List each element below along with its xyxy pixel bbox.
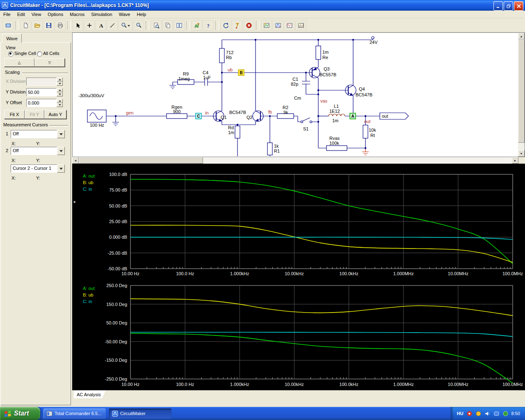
copy-button[interactable]: [162, 20, 173, 31]
probe-marker-C[interactable]: C: [196, 113, 201, 119]
schematic-horizontal-scrollbar[interactable]: ◄ ►: [72, 157, 525, 164]
scrollbar-thumb[interactable]: [518, 39, 525, 143]
schematic-label: out: [364, 119, 370, 124]
spin-up-icon[interactable]: [57, 99, 63, 103]
open-file-button[interactable]: [32, 20, 43, 31]
probe-marker-B[interactable]: B: [238, 70, 244, 75]
y-division-input[interactable]: [26, 88, 57, 96]
start-button[interactable]: Start: [0, 407, 40, 420]
cell-up-button[interactable]: △: [4, 58, 34, 67]
pane-splitter-handle[interactable]: ►: [73, 200, 77, 204]
cell-down-button[interactable]: ▽: [34, 58, 65, 67]
scroll-right-icon[interactable]: ►: [512, 157, 518, 164]
combo-arrow-icon[interactable]: [57, 147, 65, 155]
svg-text:C: C: [197, 114, 200, 119]
cursor1-select[interactable]: Off: [11, 130, 65, 138]
menu-simulation[interactable]: Simulation: [88, 11, 115, 18]
help-button[interactable]: ?: [203, 20, 214, 31]
cursor2-select[interactable]: Off: [11, 147, 65, 155]
menu-help[interactable]: Help: [133, 11, 149, 18]
zoom-page-button[interactable]: [151, 20, 162, 31]
start-label: Start: [14, 410, 29, 417]
scroll-down-icon[interactable]: ▼: [518, 150, 525, 157]
x-division-label: X Division: [6, 79, 26, 84]
scrollbar-track[interactable]: [203, 157, 512, 164]
tray-volume-icon[interactable]: [484, 411, 491, 417]
wire-edit-tool-button[interactable]: [107, 20, 118, 31]
tray-icon-yellow[interactable]: [475, 411, 482, 417]
zoom-button[interactable]: [133, 20, 144, 31]
taskbar-task-circuitmaker[interactable]: CircuitMaker: [109, 409, 171, 419]
probe-tool-button[interactable]: [232, 20, 243, 31]
scroll-left-icon[interactable]: ◄: [72, 157, 79, 164]
all-cells-radio[interactable]: [37, 51, 42, 57]
minimize-button[interactable]: [493, 1, 503, 11]
place-part-button[interactable]: [84, 20, 95, 31]
x-axis-tick-label: 100.0MHz: [502, 382, 523, 387]
stop-button[interactable]: [243, 20, 254, 31]
y-offset-spinner[interactable]: [57, 99, 63, 107]
fit-x-label: Fit X: [10, 112, 19, 117]
menu-file[interactable]: File: [0, 11, 14, 18]
title-bar[interactable]: CircuitMaker - [C:\Program Files\...\ala…: [0, 0, 525, 11]
scope-display-2-icon: [275, 22, 281, 29]
schematic-vertical-scrollbar[interactable]: ▲ ▼: [518, 33, 525, 157]
fit-x-button[interactable]: Fit X: [4, 110, 25, 119]
scrollbar-thumb[interactable]: [79, 157, 203, 164]
schematic-canvas[interactable]: BCA -300u/300uV100 HzgenRgen900inQ1BC547…: [72, 32, 525, 157]
scope-display-4-button[interactable]: [295, 20, 306, 31]
x-axis-tick-label: 100.0 Hz: [176, 271, 194, 276]
probe-marker-A[interactable]: A: [350, 113, 356, 119]
tab-wave[interactable]: Wave: [2, 34, 22, 43]
taskbar-clock[interactable]: 8:50: [511, 411, 520, 416]
combo-arrow-icon[interactable]: [57, 164, 65, 173]
cursor-tool-button[interactable]: [72, 20, 83, 31]
text-tool-button[interactable]: A: [95, 20, 106, 31]
spin-down-icon: [57, 82, 63, 86]
schematic-label: gen: [126, 110, 133, 115]
new-file-button[interactable]: [20, 20, 31, 31]
auto-y-button[interactable]: Auto Y: [44, 110, 66, 119]
schematic-label: Q3: [324, 66, 330, 71]
tab-ac-analysis[interactable]: AC Analysis: [74, 390, 106, 398]
zoom-select-button[interactable]: [118, 20, 132, 31]
scope-display-2-button[interactable]: [272, 20, 283, 31]
simulate-button[interactable]: [191, 20, 202, 31]
schematic-label: Rd: [228, 125, 234, 130]
scope-display-3-button[interactable]: [284, 20, 295, 31]
bode-chart-magnitude: 100.0 dB75.00 dB50.00 dB25.00 dB0.000 dB…: [83, 172, 523, 276]
menu-options[interactable]: Options: [44, 11, 66, 18]
spin-down-icon[interactable]: [57, 103, 63, 107]
tray-icon-blue[interactable]: [493, 411, 500, 417]
scroll-up-icon[interactable]: ▲: [518, 33, 525, 39]
spin-up-icon[interactable]: [57, 88, 63, 92]
cursor-diff-select[interactable]: Cursor 2 - Cursor 1: [11, 164, 65, 173]
single-cell-radio[interactable]: [8, 51, 14, 57]
waveform-plot-area[interactable]: 100.0 dB75.00 dB50.00 dB25.00 dB0.000 dB…: [72, 164, 525, 390]
tray-icon-green[interactable]: [502, 411, 509, 417]
schematic-label: BC547B: [356, 92, 372, 97]
y-offset-input[interactable]: [26, 99, 57, 107]
tray-icon-red[interactable]: [466, 411, 472, 417]
plot-legend-entry: B: ub: [83, 292, 94, 297]
save-button[interactable]: [43, 20, 54, 31]
menu-macros[interactable]: Macros: [66, 11, 88, 18]
scope-display-1-button[interactable]: [261, 20, 272, 31]
spin-down-icon[interactable]: [57, 92, 63, 96]
menu-view[interactable]: View: [28, 11, 45, 18]
print-button[interactable]: [55, 20, 66, 31]
combo-arrow-icon[interactable]: [57, 130, 65, 138]
schematic-label: 1m: [322, 50, 329, 55]
parts-browser-button[interactable]: [2, 20, 14, 31]
menu-wave[interactable]: Wave: [116, 11, 134, 18]
language-indicator[interactable]: HU: [457, 411, 463, 416]
close-button[interactable]: [514, 1, 523, 11]
reset-button[interactable]: [220, 20, 231, 31]
split-view-button[interactable]: [173, 20, 185, 31]
schematic-label: 1m: [332, 118, 338, 123]
restore-button[interactable]: [504, 1, 513, 11]
menu-edit[interactable]: Edit: [14, 11, 28, 18]
taskbar-task-total-commander[interactable]: Total Commander 6.5...: [43, 409, 106, 419]
x-axis-tick-label: 100.0kHz: [339, 382, 358, 387]
y-division-spinner[interactable]: [57, 88, 63, 96]
